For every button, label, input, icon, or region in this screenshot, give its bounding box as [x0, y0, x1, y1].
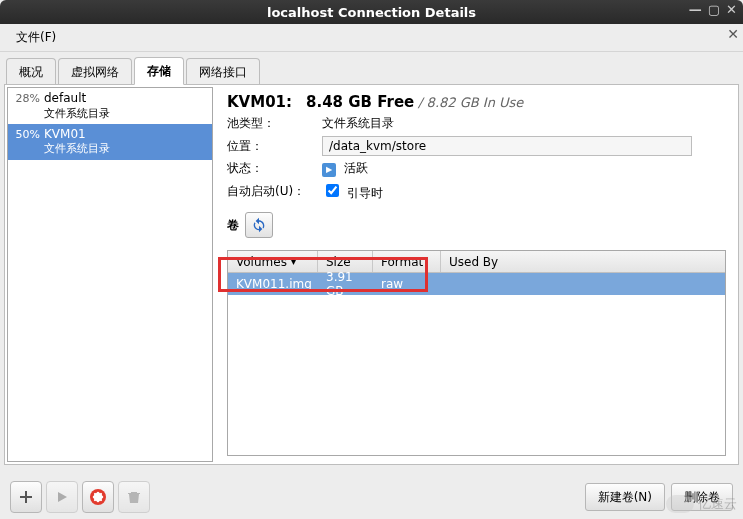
stop-pool-button[interactable] — [82, 481, 114, 513]
tab-network-interfaces[interactable]: 网络接口 — [186, 58, 260, 85]
label-state: 状态： — [227, 160, 322, 177]
cell-volume-usedby — [441, 282, 457, 286]
bottom-toolbar: 新建卷(N) 删除卷 — [4, 479, 739, 515]
chevron-down-icon: ▾ — [291, 256, 296, 267]
cell-volume-size: 3.91 GB — [318, 268, 373, 300]
menubar: 文件(F) — [0, 24, 743, 52]
table-header: Volumes ▾ Size Format Used By — [228, 251, 725, 273]
pool-item-default[interactable]: 28% default 文件系统目录 — [8, 88, 212, 124]
value-state: 活跃 — [344, 161, 368, 175]
pool-name: default — [44, 91, 110, 107]
refresh-button[interactable] — [245, 212, 273, 238]
maximize-icon[interactable]: ▢ — [708, 3, 720, 16]
col-format[interactable]: Format — [373, 251, 441, 272]
new-volume-button[interactable]: 新建卷(N) — [585, 483, 665, 511]
pool-header: KVM01: 8.48 GB Free / 8.82 GB In Use — [227, 93, 726, 111]
label-autostart: 自动启动(U)： — [227, 183, 322, 200]
pool-type: 文件系统目录 — [44, 142, 110, 156]
pool-free: 8.48 GB Free — [306, 93, 414, 111]
pool-list[interactable]: 28% default 文件系统目录 50% KVM01 文件系统目录 — [7, 87, 213, 462]
trash-icon — [126, 489, 142, 505]
window-title: localhost Connection Details — [267, 5, 476, 20]
delete-pool-button[interactable] — [118, 481, 150, 513]
watermark: 亿速云 — [666, 495, 737, 513]
add-pool-button[interactable] — [10, 481, 42, 513]
pool-title: KVM01: — [227, 93, 292, 111]
pool-usage-percent: 28% — [14, 91, 40, 106]
tab-overview[interactable]: 概况 — [6, 58, 56, 85]
tabs-row: 概况 虚拟网络 存储 网络接口 — [0, 52, 743, 84]
resize-handle-icon[interactable]: ✕ — [727, 26, 739, 42]
pool-usage-percent: 50% — [14, 127, 40, 142]
value-pool-type: 文件系统目录 — [322, 115, 394, 132]
minimize-icon[interactable]: — — [689, 3, 702, 16]
label-volumes: 卷 — [227, 217, 239, 234]
value-location: /data_kvm/store — [322, 136, 692, 156]
running-icon — [322, 163, 336, 177]
error-stop-icon — [89, 488, 107, 506]
tab-virtual-networks[interactable]: 虚拟网络 — [58, 58, 132, 85]
storage-panel: 28% default 文件系统目录 50% KVM01 文件系统目录 KVM0… — [4, 84, 739, 465]
col-volumes[interactable]: Volumes ▾ — [228, 251, 318, 272]
volume-table: Volumes ▾ Size Format Used By KVM011.img… — [227, 250, 726, 456]
table-row[interactable]: KVM011.img 3.91 GB raw — [228, 273, 725, 295]
refresh-icon — [251, 217, 267, 233]
cloud-icon — [666, 495, 694, 513]
window-controls: — ▢ ✕ — [689, 3, 737, 16]
pool-inuse: / 8.82 GB In Use — [418, 95, 523, 110]
table-body[interactable]: KVM011.img 3.91 GB raw — [228, 273, 725, 455]
pool-name: KVM01 — [44, 127, 110, 143]
close-icon[interactable]: ✕ — [726, 3, 737, 16]
plus-icon — [18, 489, 34, 505]
autostart-checkbox[interactable] — [326, 184, 339, 197]
cell-volume-format: raw — [373, 275, 441, 293]
window-titlebar: localhost Connection Details — ▢ ✕ — [0, 0, 743, 24]
label-location: 位置： — [227, 138, 322, 155]
pool-detail-pane: KVM01: 8.48 GB Free / 8.82 GB In Use 池类型… — [215, 85, 738, 464]
play-icon — [55, 490, 69, 504]
cell-volume-name: KVM011.img — [228, 275, 318, 293]
pool-item-kvm01[interactable]: 50% KVM01 文件系统目录 — [8, 124, 212, 160]
start-pool-button[interactable] — [46, 481, 78, 513]
col-usedby[interactable]: Used By — [441, 251, 725, 272]
label-pool-type: 池类型： — [227, 115, 322, 132]
pool-type: 文件系统目录 — [44, 107, 110, 121]
value-autostart: 引导时 — [347, 186, 383, 200]
menu-file[interactable]: 文件(F) — [8, 26, 64, 49]
tab-storage[interactable]: 存储 — [134, 57, 184, 85]
